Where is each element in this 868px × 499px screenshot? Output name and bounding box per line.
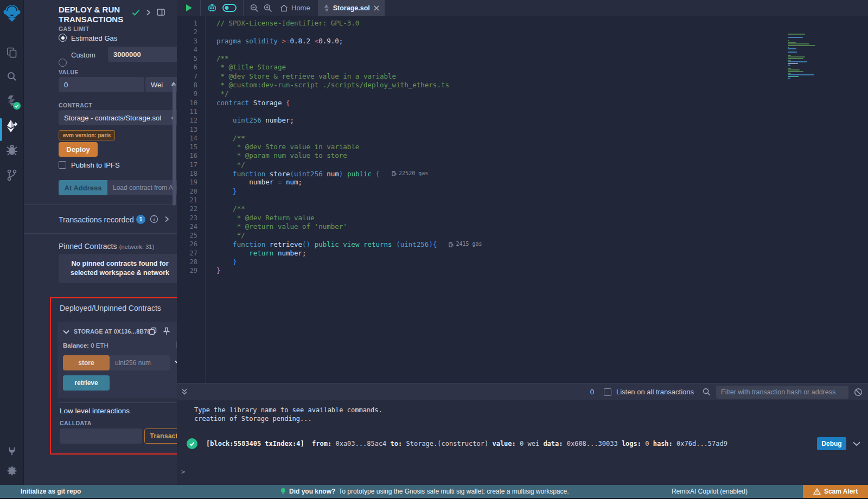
retrieve-function-button[interactable]: retrieve: [63, 375, 110, 391]
debug-button[interactable]: Debug: [817, 437, 846, 450]
custom-gas-radio[interactable]: [59, 59, 67, 67]
estimated-gas-radio[interactable]: [59, 34, 67, 42]
custom-gas-input[interactable]: [108, 47, 182, 62]
panel-forward-icon[interactable]: [146, 9, 151, 16]
deploy-run-icon[interactable]: [0, 119, 24, 133]
code-line[interactable]: contract Storage {: [216, 99, 868, 107]
plugin-manager-icon[interactable]: [0, 446, 24, 457]
code-line[interactable]: * @title Storage: [216, 63, 868, 72]
transactions-info-icon[interactable]: [150, 215, 158, 223]
git-init-button[interactable]: Initialize as git repo: [21, 488, 81, 495]
terminal-prompt[interactable]: >: [181, 468, 868, 476]
editor-code: // SPDX-License-Identifier: GPL-3.0pragm…: [205, 16, 868, 383]
contract-collapse-icon[interactable]: [63, 330, 69, 334]
settings-gear-icon[interactable]: [0, 465, 24, 476]
code-line[interactable]: * @return value of 'number': [216, 222, 868, 231]
minimap-line: [788, 68, 791, 69]
listen-all-checkbox[interactable]: [604, 388, 611, 396]
scam-alert-button[interactable]: Scam Alert: [803, 485, 868, 498]
search-icon[interactable]: [0, 71, 24, 82]
editor-toolbar: Home Storage.sol: [177, 0, 868, 16]
calldata-input[interactable]: [60, 428, 142, 444]
panel-pin-view-icon[interactable]: [157, 9, 165, 16]
code-line[interactable]: */: [216, 89, 868, 98]
code-line[interactable]: uint256 number;: [216, 116, 868, 125]
ai-copilot-robot-icon[interactable]: [207, 3, 217, 12]
panel-scrollbar[interactable]: [173, 85, 176, 206]
minimap-line: [788, 34, 805, 35]
deploy-button[interactable]: Deploy: [59, 142, 98, 157]
code-line[interactable]: }: [216, 266, 868, 275]
store-function-button[interactable]: store: [63, 355, 110, 370]
minimap-line: [788, 47, 789, 48]
copy-address-icon[interactable]: [149, 327, 157, 335]
code-line[interactable]: */: [216, 231, 868, 240]
pin-contract-icon[interactable]: [163, 327, 170, 335]
contract-select[interactable]: Storage - contracts/Storage.sol: [59, 110, 181, 125]
code-line[interactable]: return number;: [216, 249, 868, 258]
code-line[interactable]: * @dev Return value: [216, 214, 868, 222]
line-number: 8: [177, 81, 197, 89]
clear-console-icon[interactable]: [854, 388, 863, 396]
code-line[interactable]: /**: [216, 204, 868, 213]
at-address-button[interactable]: At Address: [59, 180, 107, 195]
code-line[interactable]: * @dev Store value in variable: [216, 143, 868, 151]
tab-close-icon[interactable]: [374, 5, 379, 11]
minimap-line: [788, 63, 798, 64]
code-line[interactable]: }: [216, 187, 868, 196]
terminal-line: Type the library name to see available c…: [194, 406, 868, 414]
code-line[interactable]: // SPDX-License-Identifier: GPL-3.0: [216, 19, 868, 28]
home-icon[interactable]: [280, 4, 288, 12]
code-line[interactable]: pragma solidity >=0.8.2 <0.9.0;: [216, 37, 868, 46]
line-number: 10: [177, 99, 197, 107]
run-script-icon[interactable]: [186, 4, 193, 12]
code-line[interactable]: * @custom:dev-run-script ./scripts/deplo…: [216, 81, 868, 89]
code-editor[interactable]: 1234567891011121314151617181920212223242…: [177, 16, 868, 383]
copilot-toggle[interactable]: [222, 4, 237, 12]
code-line[interactable]: [216, 125, 868, 134]
code-line[interactable]: [216, 28, 868, 36]
publish-ipfs-checkbox[interactable]: [59, 161, 66, 169]
editor-minimap[interactable]: [788, 34, 847, 80]
terminal-collapse-icon[interactable]: [181, 388, 188, 395]
evm-version-badge: evm version: paris: [59, 130, 115, 140]
remix-logo[interactable]: [0, 3, 24, 23]
zoom-in-icon[interactable]: [264, 4, 272, 12]
code-line[interactable]: * @dev Store & retrieve value in a varia…: [216, 72, 868, 81]
code-line[interactable]: /**: [216, 134, 868, 143]
line-number: 6: [177, 63, 197, 72]
file-explorer-icon[interactable]: [0, 47, 24, 59]
code-line[interactable]: /**: [216, 54, 868, 63]
transaction-log-row[interactable]: [block:5583405 txIndex:4] from: 0xa03...…: [187, 437, 868, 450]
value-input[interactable]: [59, 77, 144, 92]
at-address-input[interactable]: [107, 180, 182, 195]
code-line[interactable]: [216, 46, 868, 54]
tx-expand-icon[interactable]: [853, 442, 860, 446]
code-line[interactable]: */: [216, 161, 868, 169]
zoom-out-icon[interactable]: [250, 4, 259, 12]
store-argument-input[interactable]: [110, 355, 170, 370]
line-number: 25: [177, 231, 197, 240]
debugger-icon[interactable]: [0, 144, 24, 156]
code-line[interactable]: * @param num value to store: [216, 151, 868, 160]
code-line[interactable]: number = num;: [216, 178, 868, 187]
home-label[interactable]: Home: [291, 4, 310, 12]
line-number: 28: [177, 258, 197, 266]
code-line[interactable]: function retrieve() public view returns …: [216, 240, 868, 248]
code-line[interactable]: function store(uint256 num) public {2252…: [216, 169, 868, 178]
code-line[interactable]: [216, 196, 868, 204]
solidity-compiler-icon[interactable]: [0, 94, 24, 107]
code-line[interactable]: }: [216, 258, 868, 266]
terminal-search-icon[interactable]: [703, 388, 711, 396]
terminal-header: 0 Listen on all transactions: [177, 383, 868, 400]
pinned-network-label: (network: 31): [119, 244, 154, 250]
copilot-status[interactable]: RemixAI Copilot (enabled): [672, 488, 748, 495]
transactions-expand-icon[interactable]: [164, 216, 169, 222]
tab-storage-sol[interactable]: Storage.sol: [318, 0, 385, 16]
transaction-filter-input[interactable]: [716, 386, 848, 399]
git-icon[interactable]: [0, 169, 24, 181]
line-number: 13: [177, 125, 197, 134]
code-line[interactable]: [216, 107, 868, 116]
value-unit-select[interactable]: Wei: [145, 77, 181, 92]
terminal-body[interactable]: Type the library name to see available c…: [177, 400, 868, 485]
